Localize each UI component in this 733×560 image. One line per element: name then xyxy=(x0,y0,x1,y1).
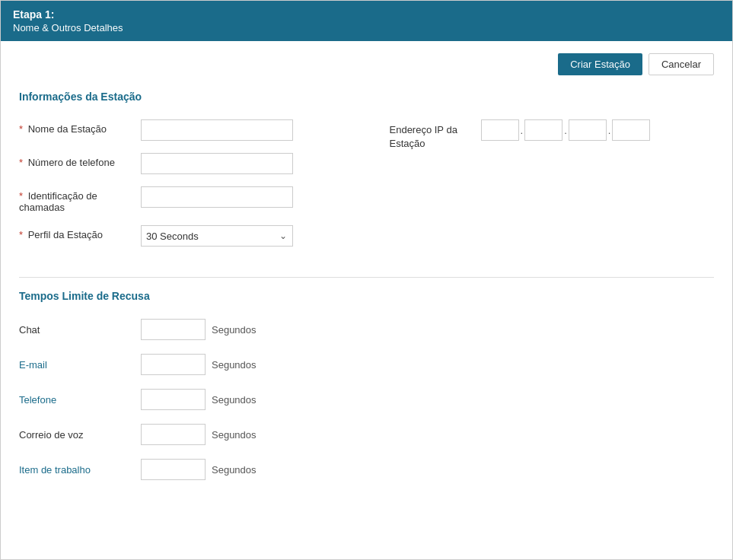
phone-number-row: * Número de telefone xyxy=(19,153,344,174)
ip-field-group: . . . xyxy=(481,119,651,141)
reject-voicemail-row: Correio de voz Segundos xyxy=(19,424,714,445)
reject-chat-row: Chat Segundos xyxy=(19,319,714,340)
station-profile-select-wrapper: 30 Seconds 60 Seconds 90 Seconds ⌄ xyxy=(141,225,293,247)
reject-phone-input[interactable] xyxy=(141,389,206,410)
reject-chat-unit: Segundos xyxy=(212,324,257,336)
ip-octet-2[interactable] xyxy=(524,119,562,141)
ip-dot-3: . xyxy=(607,125,613,136)
phone-number-input[interactable] xyxy=(141,153,293,174)
page-header: Etapa 1: Nome & Outros Detalhes xyxy=(1,1,732,41)
phone-number-label: * Número de telefone xyxy=(19,153,141,168)
reject-voicemail-input[interactable] xyxy=(141,424,206,445)
reject-voicemail-label: Correio de voz xyxy=(19,429,141,441)
caller-id-label: * Identificação de chamadas xyxy=(19,186,141,213)
station-section-title: Informações da Estação xyxy=(19,91,714,107)
reject-chat-input[interactable] xyxy=(141,319,206,340)
ip-dot-2: . xyxy=(562,125,569,136)
ip-dot-1: . xyxy=(519,125,525,136)
ip-octet-1[interactable] xyxy=(481,119,519,141)
ip-octet-4[interactable] xyxy=(612,119,650,141)
required-star-1: * xyxy=(19,123,23,135)
station-name-label: * Nome da Estação xyxy=(19,119,141,135)
caller-id-input[interactable] xyxy=(141,186,293,208)
reject-voicemail-unit: Segundos xyxy=(212,429,257,441)
create-station-button[interactable]: Criar Estação xyxy=(558,53,642,75)
station-form-right: Endereço IP da Estação . . . xyxy=(390,119,715,259)
station-profile-label: * Perfil da Estação xyxy=(19,225,141,240)
reject-phone-row: Telefone Segundos xyxy=(19,389,714,410)
station-profile-select[interactable]: 30 Seconds 60 Seconds 90 Seconds xyxy=(141,225,293,247)
caller-id-row: * Identificação de chamadas xyxy=(19,186,344,213)
reject-chat-label: Chat xyxy=(19,324,141,336)
reject-workitem-label: Item de trabalho xyxy=(19,464,141,476)
required-star-3: * xyxy=(19,190,23,202)
station-name-row: * Nome da Estação xyxy=(19,119,344,141)
toolbar: Criar Estação Cancelar xyxy=(19,53,714,75)
step-label: Etapa 1: xyxy=(13,8,720,21)
section-divider xyxy=(19,277,714,278)
reject-workitem-input[interactable] xyxy=(141,459,206,480)
reject-workitem-row: Item de trabalho Segundos xyxy=(19,459,714,480)
reject-section-title: Tempos Limite de Recusa xyxy=(19,290,714,307)
ip-octet-3[interactable] xyxy=(569,119,607,141)
reject-section: Tempos Limite de Recusa Chat Segundos E-… xyxy=(19,290,714,480)
required-star-4: * xyxy=(19,229,23,240)
station-name-input[interactable] xyxy=(141,119,293,141)
ip-address-row: Endereço IP da Estação . . . xyxy=(390,119,715,151)
step-subtitle: Nome & Outros Detalhes xyxy=(13,22,720,33)
station-form: * Nome da Estação * Número de telefone xyxy=(19,119,714,259)
reject-email-row: E-mail Segundos xyxy=(19,354,714,375)
content-area: Criar Estação Cancelar Informações da Es… xyxy=(1,41,732,506)
station-form-left: * Nome da Estação * Número de telefone xyxy=(19,119,344,259)
ip-address-label: Endereço IP da Estação xyxy=(390,119,481,151)
reject-workitem-unit: Segundos xyxy=(212,464,257,476)
reject-email-unit: Segundos xyxy=(212,359,257,371)
cancel-button[interactable]: Cancelar xyxy=(649,53,714,75)
station-profile-row: * Perfil da Estação 30 Seconds 60 Second… xyxy=(19,225,344,247)
reject-phone-label: Telefone xyxy=(19,394,141,406)
reject-phone-unit: Segundos xyxy=(212,394,257,406)
reject-email-label: E-mail xyxy=(19,359,141,371)
reject-email-input[interactable] xyxy=(141,354,206,375)
required-star-2: * xyxy=(19,157,23,168)
